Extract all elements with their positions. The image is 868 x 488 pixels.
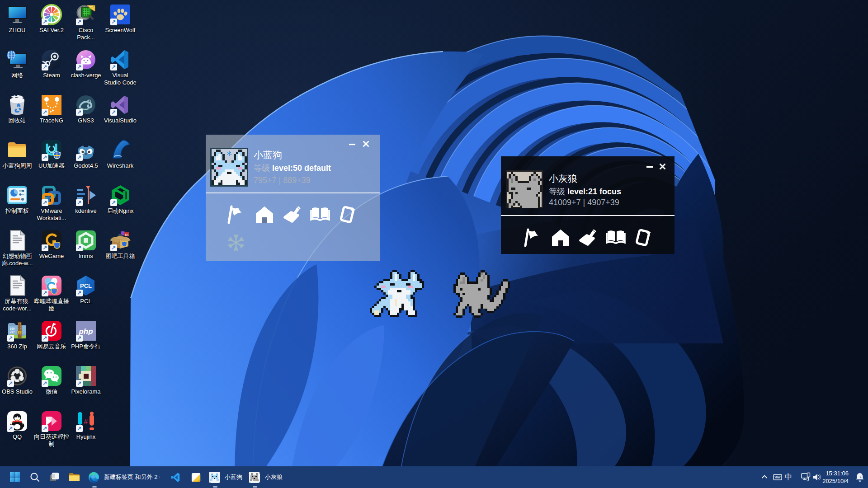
svg-text:PCL: PCL xyxy=(80,282,92,289)
svg-text:z: z xyxy=(860,475,862,478)
svg-text:360: 360 xyxy=(10,327,15,330)
svg-text:#: # xyxy=(84,418,88,425)
svg-text:64: 64 xyxy=(125,233,129,236)
svg-text:ZIP: ZIP xyxy=(10,330,15,333)
svg-text:z: z xyxy=(862,472,863,476)
